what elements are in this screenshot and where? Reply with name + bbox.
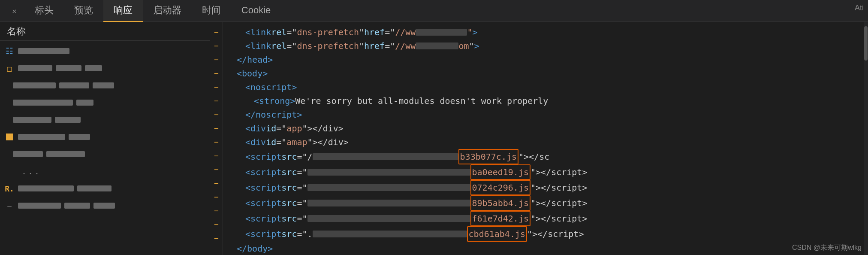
- line-num: −: [212, 149, 221, 163]
- code-line: <script src =" ba0eed19.js "></script>: [228, 164, 863, 180]
- code-line: </noscript>: [228, 108, 863, 121]
- list-item[interactable]: □: [0, 60, 210, 77]
- doc-icon: ☷: [4, 46, 15, 56]
- tab-bar: × 标头 预览 响应 启动器 时间 Cookie Ati: [0, 0, 868, 22]
- line-num: −: [212, 121, 221, 135]
- list-item[interactable]: —: [0, 197, 210, 214]
- code-line: <script src ="/ b33b077c.js "></sc: [228, 149, 863, 164]
- line-num: −: [212, 135, 221, 149]
- list-item[interactable]: [0, 111, 210, 128]
- line-num: −: [212, 218, 221, 231]
- sidebar: 名称 ☷ □: [0, 22, 210, 255]
- line-num: −: [212, 53, 221, 67]
- tab-initiator[interactable]: 启动器: [143, 0, 192, 22]
- line-num: −: [212, 176, 221, 190]
- code-line: <script src =" 0724c296.js "></script>: [228, 180, 863, 195]
- line-num: −: [212, 39, 221, 53]
- code-content: <link rel =" dns-prefetch " href =" //ww…: [223, 22, 868, 255]
- line-numbers: − − − − − − − − − − − − − − − −: [210, 22, 223, 255]
- code-line: <script src =" f61e7d42.js "></script>: [228, 211, 863, 226]
- list-item[interactable]: [0, 77, 210, 94]
- scrollbar[interactable]: [864, 22, 868, 255]
- code-line: <script src =". cbd61ab4.js "></script>: [228, 226, 863, 242]
- list-item-ellipsis: ...: [0, 163, 210, 180]
- code-line: <div id =" amap "></div>: [228, 135, 863, 149]
- line-num: −: [212, 80, 221, 94]
- code-panel: − − − − − − − − − − − − − − − − <link re…: [210, 22, 868, 255]
- code-line: <noscript>: [228, 80, 863, 94]
- item-icon-bottom: —: [4, 200, 15, 211]
- line-num: −: [212, 94, 221, 108]
- code-line: </head>: [228, 53, 863, 67]
- list-item[interactable]: [0, 94, 210, 111]
- folder-icon: □: [4, 63, 15, 73]
- tab-timing[interactable]: 时间: [192, 0, 231, 22]
- tab-preview[interactable]: 预览: [64, 0, 103, 22]
- line-num: −: [212, 204, 221, 218]
- line-num: −: [212, 163, 221, 176]
- tab-header[interactable]: 标头: [24, 0, 64, 22]
- top-watermark: Ati: [855, 3, 864, 12]
- code-line: </body>: [228, 242, 863, 255]
- line-num: −: [212, 25, 221, 39]
- tab-cookie[interactable]: Cookie: [231, 0, 281, 22]
- r-icon: R.: [4, 183, 15, 194]
- item-icon: [4, 132, 15, 142]
- sidebar-header: 名称: [0, 22, 210, 41]
- list-item[interactable]: R.: [0, 180, 210, 197]
- code-line: <div id =" app "></div>: [228, 121, 863, 135]
- code-line: <strong> We're sorry but all-modules doe…: [228, 94, 863, 108]
- list-item[interactable]: ☷: [0, 42, 210, 60]
- code-line: <link rel =" dns-prefetch " href =" //ww…: [228, 39, 863, 53]
- code-line: <body>: [228, 67, 863, 80]
- sidebar-list: ☷ □: [0, 41, 210, 255]
- code-line: <script src =" 89b5abb4.js "></script>: [228, 195, 863, 211]
- line-num: −: [212, 190, 221, 204]
- line-num: −: [212, 108, 221, 121]
- line-num: −: [212, 231, 221, 245]
- close-button[interactable]: ×: [4, 0, 24, 22]
- line-num: −: [212, 67, 221, 80]
- scrollbar-thumb[interactable]: [864, 26, 868, 61]
- code-line: <link rel =" dns-prefetch " href =" //ww…: [228, 25, 863, 39]
- list-item[interactable]: [0, 146, 210, 163]
- tab-response[interactable]: 响应: [103, 0, 143, 22]
- bottom-watermark: CSDN @未来可期wlkg: [792, 243, 862, 252]
- list-item[interactable]: [0, 128, 210, 146]
